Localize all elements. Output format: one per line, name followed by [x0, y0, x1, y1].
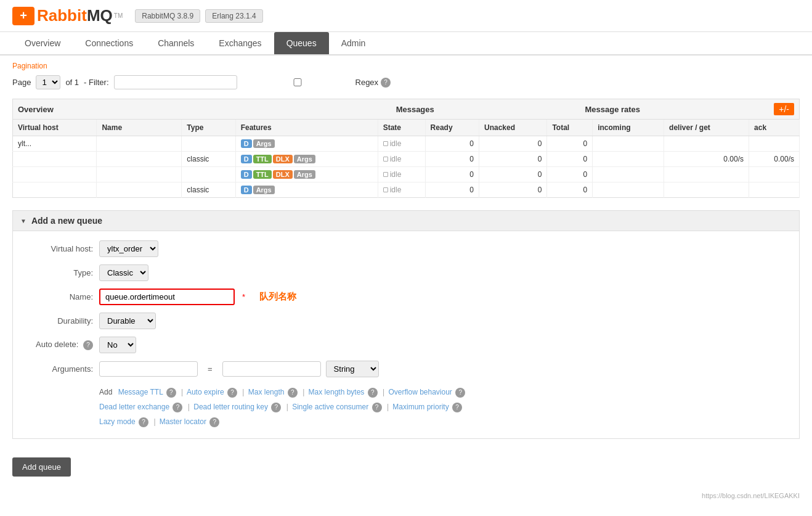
filter-input[interactable]	[114, 75, 237, 89]
cell-ready: 0	[425, 152, 479, 167]
shortcut-sac-help[interactable]: ?	[372, 403, 382, 412]
cell-deliver-get	[664, 167, 749, 182]
shortcut-dead-letter-exchange[interactable]: Dead letter exchange	[99, 403, 169, 411]
regex-checkbox[interactable]	[242, 78, 353, 86]
shortcut-overflow-help[interactable]: ?	[455, 388, 465, 398]
name-input[interactable]	[99, 289, 235, 305]
regex-check: Regex ?	[242, 78, 391, 88]
erlang-version-badge: Erlang 23.1.4	[205, 9, 262, 23]
add-queue-form: Virtual host: yltx_order Type: Classic	[13, 231, 799, 438]
shortcut-single-active-consumer[interactable]: Single active consumer	[292, 403, 368, 411]
col-virtual-host: Virtual host	[13, 120, 97, 136]
cell-name	[97, 152, 182, 167]
shortcut-master-locator[interactable]: Master locator	[160, 417, 206, 426]
cell-type	[182, 136, 235, 152]
cell-ack: 0.00/s	[749, 152, 800, 167]
table-row[interactable]: ylt... DArgs idle 0 0 0	[13, 136, 800, 152]
auto-delete-select[interactable]: No Yes	[99, 337, 136, 353]
regex-help-icon[interactable]: ?	[381, 78, 391, 88]
col-deliver-get: deliver / get	[664, 120, 749, 136]
auto-delete-control: No Yes	[99, 337, 136, 353]
type-row: Type: Classic	[25, 264, 787, 281]
virtual-host-row: Virtual host: yltx_order	[25, 240, 787, 257]
cell-name	[97, 182, 182, 198]
shortcut-message-ttl[interactable]: Message TTL	[118, 388, 163, 396]
add-queue-section: ▼ Add a new queue Virtual host: yltx_ord…	[12, 210, 800, 439]
rabbitmq-version-badge: RabbitMQ 3.8.9	[135, 9, 200, 23]
virtual-host-select[interactable]: yltx_order	[99, 240, 158, 257]
shortcut-master-help[interactable]: ?	[209, 417, 219, 427]
filter-label: - Filter:	[84, 78, 108, 87]
shortcut-overflow-behaviour[interactable]: Overflow behaviour	[388, 388, 452, 396]
durability-select[interactable]: Durable Transient	[99, 313, 156, 329]
arguments-type-select[interactable]: String Number Boolean List	[326, 361, 379, 377]
table-row[interactable]: classic DTTLDLXArgs idle 0 0 0 0.00/s 0.…	[13, 152, 800, 167]
virtual-host-control: yltx_order	[99, 240, 158, 257]
type-select[interactable]: Classic	[99, 264, 148, 281]
cell-deliver-get	[664, 136, 749, 152]
cell-incoming	[593, 167, 664, 182]
logo: +RabbitMQTM	[12, 6, 123, 25]
cell-deliver-get	[664, 182, 749, 198]
queues-table-section: Overview Messages Message rates +/- Virt…	[12, 99, 800, 198]
shortcut-maximum-priority[interactable]: Maximum priority	[392, 403, 449, 411]
table-row[interactable]: DTTLDLXArgs idle 0 0 0	[13, 167, 800, 182]
shortcut-max-length-help[interactable]: ?	[288, 388, 298, 398]
nav-connections[interactable]: Connections	[73, 32, 145, 54]
add-queue-header[interactable]: ▼ Add a new queue	[13, 211, 799, 231]
cell-virtual-host	[13, 167, 97, 182]
arguments-key-input[interactable]	[99, 361, 198, 377]
table-header: Virtual host Name Type Features State Re…	[13, 120, 800, 136]
cell-state: idle	[378, 136, 425, 152]
shortcut-max-length-bytes[interactable]: Max length bytes	[309, 388, 365, 396]
shortcut-auto-expire-help[interactable]: ?	[227, 388, 237, 398]
required-star: *	[242, 292, 245, 301]
plus-minus-button[interactable]: +/-	[774, 103, 794, 115]
shortcut-max-length[interactable]: Max length	[248, 388, 285, 396]
nav-exchanges[interactable]: Exchanges	[206, 32, 274, 54]
cell-total: 0	[547, 152, 593, 167]
name-label: Name:	[25, 292, 99, 301]
queues-table: Virtual host Name Type Features State Re…	[12, 120, 800, 198]
cell-state: idle	[378, 182, 425, 198]
shortcut-dlrk-help[interactable]: ?	[271, 403, 281, 412]
add-queue-title: Add a new queue	[31, 216, 102, 226]
shortcut-dlx-help[interactable]: ?	[173, 403, 182, 412]
page-select[interactable]: 1	[36, 75, 60, 89]
cell-state: idle	[378, 152, 425, 167]
auto-delete-help-icon[interactable]: ?	[83, 340, 93, 350]
cell-ready: 0	[425, 167, 479, 182]
cell-type: classic	[182, 182, 235, 198]
col-incoming: incoming	[593, 120, 664, 136]
nav-channels[interactable]: Channels	[145, 32, 206, 54]
cell-incoming	[593, 152, 664, 167]
add-queue-button[interactable]: Add queue	[12, 457, 71, 477]
arguments-value-input[interactable]	[222, 361, 321, 377]
nav-queues[interactable]: Queues	[274, 32, 329, 54]
name-row: Name: * 队列名称	[25, 289, 787, 305]
arguments-row: Arguments: = String Number Boolean List	[25, 361, 787, 377]
nav-overview[interactable]: Overview	[12, 32, 73, 54]
pagination-row: Page 1 of 1 - Filter: Regex ?	[12, 75, 800, 89]
nav-admin[interactable]: Admin	[329, 32, 378, 54]
shortcut-dead-letter-routing-key[interactable]: Dead letter routing key	[193, 403, 268, 411]
shortcut-auto-expire[interactable]: Auto expire	[187, 388, 224, 396]
cell-unacked: 0	[479, 136, 546, 152]
arguments-label: Arguments:	[25, 364, 99, 374]
col-name: Name	[97, 120, 182, 136]
shortcut-lazy-mode[interactable]: Lazy mode	[99, 417, 136, 426]
shortcut-message-ttl-help[interactable]: ?	[166, 388, 176, 398]
durability-control: Durable Transient	[99, 313, 156, 329]
shortcut-lazy-help[interactable]: ?	[139, 417, 148, 427]
table-row[interactable]: classic DArgs idle 0 0 0	[13, 182, 800, 198]
arguments-eq: =	[208, 364, 213, 374]
cell-virtual-host	[13, 152, 97, 167]
shortcut-max-length-bytes-help[interactable]: ?	[368, 388, 378, 398]
messages-label: Messages	[396, 105, 585, 114]
cell-total: 0	[547, 136, 593, 152]
cell-unacked: 0	[479, 182, 546, 198]
cell-type	[182, 167, 235, 182]
shortcut-max-priority-help[interactable]: ?	[452, 403, 462, 412]
cell-ready: 0	[425, 182, 479, 198]
overview-label: Overview	[18, 105, 207, 114]
